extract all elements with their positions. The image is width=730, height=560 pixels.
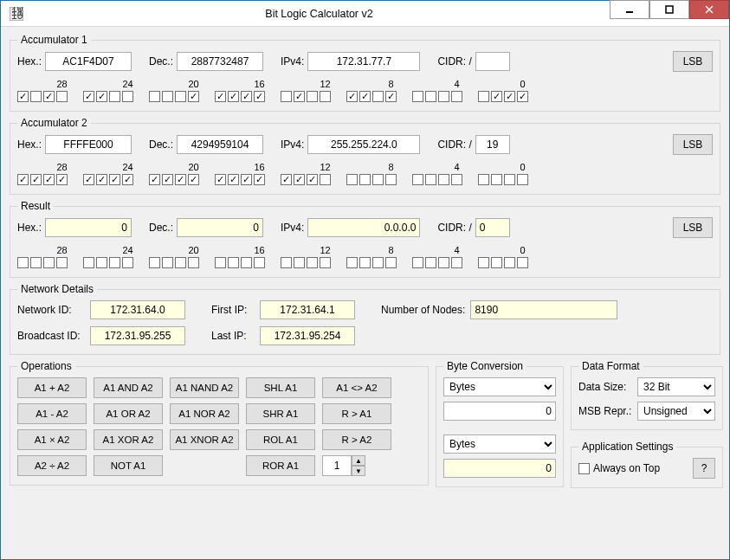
bit-checkbox[interactable] [215, 174, 226, 185]
acc1-hex-input[interactable] [45, 52, 132, 71]
bit-checkbox[interactable] [162, 174, 173, 185]
bit-checkbox[interactable] [30, 91, 42, 102]
op-button[interactable]: A1 XNOR A2 [170, 429, 239, 450]
bit-checkbox[interactable] [294, 91, 305, 102]
acc1-ipv4-input[interactable] [307, 52, 420, 71]
bit-checkbox[interactable] [491, 174, 502, 185]
bit-checkbox[interactable] [372, 174, 384, 185]
bit-checkbox[interactable] [122, 91, 133, 102]
bit-checkbox[interactable] [109, 91, 120, 102]
bit-checkbox[interactable] [149, 91, 160, 102]
byte-unit-1[interactable]: BytesKilobytesMegabytesGigabytes [443, 377, 556, 396]
bit-checkbox[interactable] [43, 174, 55, 185]
data-size-select[interactable]: 8 Bit16 Bit32 Bit64 Bit [637, 377, 715, 396]
byte-unit-2[interactable]: BytesKilobytesMegabytesGigabytes [443, 434, 556, 454]
bit-checkbox[interactable] [385, 91, 397, 102]
bit-checkbox[interactable] [254, 91, 265, 102]
bit-checkbox[interactable] [320, 174, 331, 185]
bit-checkbox[interactable] [96, 174, 107, 185]
bit-checkbox[interactable] [122, 174, 133, 185]
shift-amount-spinner[interactable]: ▲▼ [322, 455, 391, 476]
op-button[interactable]: SHL A1 [246, 377, 315, 398]
op-button[interactable]: A2 ÷ A2 [17, 455, 87, 476]
acc1-dec-input[interactable] [177, 52, 263, 71]
bit-checkbox[interactable] [385, 174, 397, 185]
bit-checkbox[interactable] [320, 91, 331, 102]
maximize-button[interactable] [649, 0, 689, 19]
bit-checkbox[interactable] [504, 91, 515, 102]
bit-checkbox[interactable] [17, 174, 29, 185]
close-button[interactable] [689, 0, 729, 19]
bit-checkbox[interactable] [175, 91, 186, 102]
bit-checkbox[interactable] [281, 91, 292, 102]
bit-checkbox[interactable] [517, 91, 528, 102]
bit-checkbox[interactable] [346, 91, 358, 102]
acc2-cidr-input[interactable] [475, 135, 510, 154]
bit-checkbox[interactable] [56, 174, 68, 185]
bit-checkbox[interactable] [372, 91, 384, 102]
op-button[interactable]: A1 × A2 [17, 429, 87, 450]
bit-checkbox[interactable] [307, 91, 318, 102]
op-button[interactable]: SHR A1 [246, 403, 315, 424]
bit-checkbox[interactable] [254, 174, 265, 185]
bit-checkbox[interactable] [83, 91, 94, 102]
op-button[interactable]: ROL A1 [246, 429, 315, 450]
bit-checkbox[interactable] [188, 91, 199, 102]
byte-value-1[interactable] [443, 402, 556, 421]
bit-checkbox[interactable] [228, 174, 239, 185]
result-lsb-button[interactable]: LSB [673, 217, 713, 238]
bit-checkbox[interactable] [307, 174, 318, 185]
shift-amount-input[interactable] [322, 455, 352, 476]
bit-checkbox[interactable] [30, 174, 42, 185]
bit-checkbox[interactable] [359, 91, 371, 102]
acc2-hex-input[interactable] [45, 135, 132, 154]
op-button[interactable]: A1 <> A2 [322, 377, 391, 398]
bit-checkbox[interactable] [359, 174, 371, 185]
bit-checkbox[interactable] [412, 91, 423, 102]
bit-checkbox[interactable] [162, 91, 173, 102]
bit-checkbox[interactable] [451, 91, 462, 102]
bit-checkbox[interactable] [425, 91, 436, 102]
bit-checkbox[interactable] [56, 91, 68, 102]
bit-checkbox[interactable] [83, 174, 94, 185]
acc2-dec-input[interactable] [177, 135, 263, 154]
acc2-ipv4-input[interactable] [307, 135, 420, 154]
bit-checkbox[interactable] [17, 91, 29, 102]
op-button[interactable]: A1 AND A2 [94, 377, 163, 398]
bit-checkbox[interactable] [215, 91, 226, 102]
bit-checkbox[interactable] [109, 174, 120, 185]
bit-checkbox[interactable] [228, 91, 239, 102]
op-button[interactable]: A1 + A2 [17, 377, 87, 398]
op-button[interactable]: R > A1 [322, 403, 391, 424]
bit-checkbox[interactable] [517, 174, 528, 185]
op-button[interactable]: A1 NOR A2 [170, 403, 239, 424]
op-button[interactable]: A1 NAND A2 [170, 377, 239, 398]
bit-checkbox[interactable] [478, 91, 489, 102]
bit-checkbox[interactable] [96, 91, 107, 102]
msb-repr-select[interactable]: UnsignedSigned [637, 402, 715, 421]
bit-checkbox[interactable] [241, 174, 252, 185]
bit-checkbox[interactable] [504, 174, 515, 185]
op-button[interactable]: NOT A1 [94, 455, 163, 476]
spin-down-icon[interactable]: ▼ [352, 466, 365, 476]
bit-checkbox[interactable] [491, 91, 502, 102]
always-on-top-checkbox[interactable]: Always on Top [578, 462, 660, 474]
bit-checkbox[interactable] [346, 174, 358, 185]
acc2-lsb-button[interactable]: LSB [673, 134, 713, 155]
bit-checkbox[interactable] [425, 174, 436, 185]
bit-checkbox[interactable] [188, 174, 199, 185]
op-button[interactable]: ROR A1 [246, 455, 315, 476]
acc1-cidr-input[interactable] [475, 52, 510, 71]
bit-checkbox[interactable] [43, 91, 55, 102]
bit-checkbox[interactable] [175, 174, 186, 185]
bit-checkbox[interactable] [438, 91, 449, 102]
bit-checkbox[interactable] [451, 174, 462, 185]
acc1-lsb-button[interactable]: LSB [673, 51, 713, 72]
bit-checkbox[interactable] [412, 174, 423, 185]
bit-checkbox[interactable] [149, 174, 160, 185]
op-button[interactable]: A1 - A2 [17, 403, 87, 424]
op-button[interactable]: A1 OR A2 [94, 403, 163, 424]
help-button[interactable]: ? [693, 458, 715, 479]
bit-checkbox[interactable] [241, 91, 252, 102]
spin-up-icon[interactable]: ▲ [352, 455, 365, 466]
